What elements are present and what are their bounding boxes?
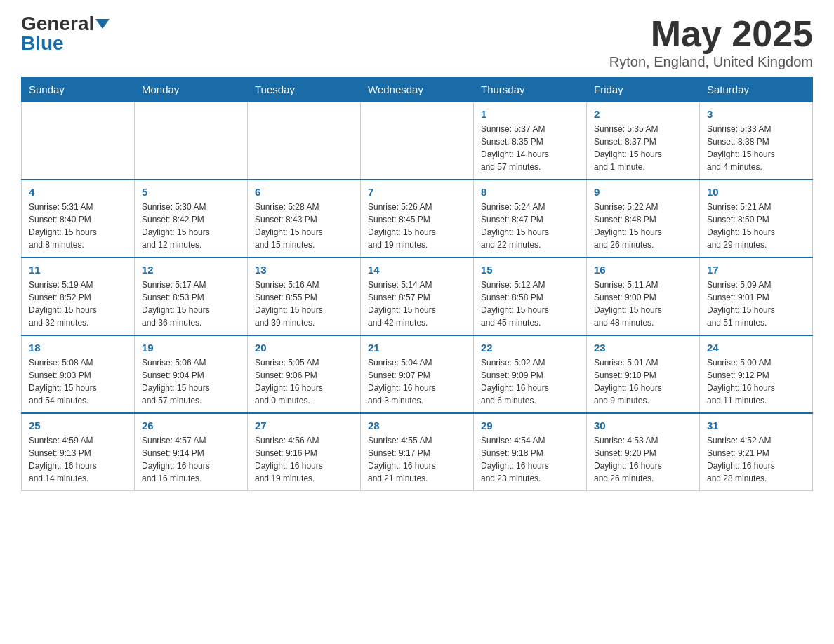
day-number: 20 [255,342,353,354]
day-cell: 1Sunrise: 5:37 AM Sunset: 8:35 PM Daylig… [474,102,587,180]
day-info: Sunrise: 5:33 AM Sunset: 8:38 PM Dayligh… [707,123,805,173]
day-info: Sunrise: 5:22 AM Sunset: 8:48 PM Dayligh… [594,201,692,251]
day-number: 27 [255,420,353,431]
day-cell: 19Sunrise: 5:06 AM Sunset: 9:04 PM Dayli… [135,335,248,413]
day-info: Sunrise: 5:01 AM Sunset: 9:10 PM Dayligh… [594,356,692,407]
col-header-tuesday: Tuesday [248,78,361,102]
day-cell: 12Sunrise: 5:17 AM Sunset: 8:53 PM Dayli… [135,257,248,335]
day-number: 31 [707,420,805,431]
day-info: Sunrise: 5:21 AM Sunset: 8:50 PM Dayligh… [707,201,805,251]
day-number: 21 [368,342,466,354]
day-info: Sunrise: 5:05 AM Sunset: 9:06 PM Dayligh… [255,356,353,407]
day-cell: 26Sunrise: 4:57 AM Sunset: 9:14 PM Dayli… [135,413,248,491]
day-number: 6 [255,186,353,198]
day-cell: 21Sunrise: 5:04 AM Sunset: 9:07 PM Dayli… [361,335,474,413]
day-number: 8 [481,186,579,198]
day-cell: 4Sunrise: 5:31 AM Sunset: 8:40 PM Daylig… [22,180,135,257]
day-number: 13 [255,264,353,276]
day-cell: 24Sunrise: 5:00 AM Sunset: 9:12 PM Dayli… [700,335,813,413]
col-header-friday: Friday [587,78,700,102]
week-row-5: 25Sunrise: 4:59 AM Sunset: 9:13 PM Dayli… [22,413,813,491]
day-cell: 13Sunrise: 5:16 AM Sunset: 8:55 PM Dayli… [248,257,361,335]
day-info: Sunrise: 5:24 AM Sunset: 8:47 PM Dayligh… [481,201,579,251]
day-info: Sunrise: 4:53 AM Sunset: 9:20 PM Dayligh… [594,434,692,485]
day-number: 4 [29,186,127,198]
day-cell: 17Sunrise: 5:09 AM Sunset: 9:01 PM Dayli… [700,257,813,335]
day-number: 26 [142,420,240,431]
day-info: Sunrise: 5:37 AM Sunset: 8:35 PM Dayligh… [481,123,579,173]
day-number: 10 [707,186,805,198]
day-cell: 30Sunrise: 4:53 AM Sunset: 9:20 PM Dayli… [587,413,700,491]
day-cell: 9Sunrise: 5:22 AM Sunset: 8:48 PM Daylig… [587,180,700,257]
day-info: Sunrise: 4:57 AM Sunset: 9:14 PM Dayligh… [142,434,240,485]
day-number: 23 [594,342,692,354]
col-header-sunday: Sunday [22,78,135,102]
day-cell: 11Sunrise: 5:19 AM Sunset: 8:52 PM Dayli… [22,257,135,335]
col-header-saturday: Saturday [700,78,813,102]
week-row-3: 11Sunrise: 5:19 AM Sunset: 8:52 PM Dayli… [22,257,813,335]
day-info: Sunrise: 5:19 AM Sunset: 8:52 PM Dayligh… [29,279,127,329]
day-info: Sunrise: 5:09 AM Sunset: 9:01 PM Dayligh… [707,279,805,329]
location-text: Ryton, England, United Kingdom [609,54,813,70]
day-number: 25 [29,420,127,431]
day-cell: 25Sunrise: 4:59 AM Sunset: 9:13 PM Dayli… [22,413,135,491]
day-cell: 23Sunrise: 5:01 AM Sunset: 9:10 PM Dayli… [587,335,700,413]
logo-general-text: General [21,14,94,34]
logo-arrow-icon [95,19,110,29]
day-cell: 28Sunrise: 4:55 AM Sunset: 9:17 PM Dayli… [361,413,474,491]
day-cell: 18Sunrise: 5:08 AM Sunset: 9:03 PM Dayli… [22,335,135,413]
day-info: Sunrise: 5:35 AM Sunset: 8:37 PM Dayligh… [594,123,692,173]
day-number: 18 [29,342,127,354]
page-header: General Blue May 2025 Ryton, England, Un… [21,14,813,70]
day-number: 7 [368,186,466,198]
day-cell: 29Sunrise: 4:54 AM Sunset: 9:18 PM Dayli… [474,413,587,491]
day-info: Sunrise: 4:54 AM Sunset: 9:18 PM Dayligh… [481,434,579,485]
day-info: Sunrise: 5:17 AM Sunset: 8:53 PM Dayligh… [142,279,240,329]
col-header-thursday: Thursday [474,78,587,102]
day-cell: 5Sunrise: 5:30 AM Sunset: 8:42 PM Daylig… [135,180,248,257]
day-cell: 7Sunrise: 5:26 AM Sunset: 8:45 PM Daylig… [361,180,474,257]
day-info: Sunrise: 5:16 AM Sunset: 8:55 PM Dayligh… [255,279,353,329]
day-info: Sunrise: 4:55 AM Sunset: 9:17 PM Dayligh… [368,434,466,485]
day-info: Sunrise: 5:06 AM Sunset: 9:04 PM Dayligh… [142,356,240,407]
day-cell: 20Sunrise: 5:05 AM Sunset: 9:06 PM Dayli… [248,335,361,413]
day-info: Sunrise: 5:28 AM Sunset: 8:43 PM Dayligh… [255,201,353,251]
day-number: 5 [142,186,240,198]
logo: General Blue [21,14,110,53]
day-cell: 14Sunrise: 5:14 AM Sunset: 8:57 PM Dayli… [361,257,474,335]
day-cell: 3Sunrise: 5:33 AM Sunset: 8:38 PM Daylig… [700,102,813,180]
day-cell: 15Sunrise: 5:12 AM Sunset: 8:58 PM Dayli… [474,257,587,335]
day-info: Sunrise: 4:59 AM Sunset: 9:13 PM Dayligh… [29,434,127,485]
day-number: 1 [481,108,579,120]
day-info: Sunrise: 5:31 AM Sunset: 8:40 PM Dayligh… [29,201,127,251]
calendar-header-row: SundayMondayTuesdayWednesdayThursdayFrid… [22,78,813,102]
day-cell [361,102,474,180]
day-cell: 8Sunrise: 5:24 AM Sunset: 8:47 PM Daylig… [474,180,587,257]
month-title: May 2025 [609,14,813,54]
day-number: 28 [368,420,466,431]
day-info: Sunrise: 5:11 AM Sunset: 9:00 PM Dayligh… [594,279,692,329]
day-number: 17 [707,264,805,276]
col-header-wednesday: Wednesday [361,78,474,102]
day-info: Sunrise: 5:00 AM Sunset: 9:12 PM Dayligh… [707,356,805,407]
day-info: Sunrise: 5:30 AM Sunset: 8:42 PM Dayligh… [142,201,240,251]
day-number: 12 [142,264,240,276]
day-info: Sunrise: 4:56 AM Sunset: 9:16 PM Dayligh… [255,434,353,485]
week-row-2: 4Sunrise: 5:31 AM Sunset: 8:40 PM Daylig… [22,180,813,257]
day-info: Sunrise: 4:52 AM Sunset: 9:21 PM Dayligh… [707,434,805,485]
week-row-1: 1Sunrise: 5:37 AM Sunset: 8:35 PM Daylig… [22,102,813,180]
day-info: Sunrise: 5:12 AM Sunset: 8:58 PM Dayligh… [481,279,579,329]
day-number: 15 [481,264,579,276]
day-number: 16 [594,264,692,276]
day-number: 14 [368,264,466,276]
day-info: Sunrise: 5:26 AM Sunset: 8:45 PM Dayligh… [368,201,466,251]
day-info: Sunrise: 5:14 AM Sunset: 8:57 PM Dayligh… [368,279,466,329]
day-cell [135,102,248,180]
logo-blue-text: Blue [21,34,64,53]
week-row-4: 18Sunrise: 5:08 AM Sunset: 9:03 PM Dayli… [22,335,813,413]
day-number: 30 [594,420,692,431]
day-number: 19 [142,342,240,354]
day-info: Sunrise: 5:04 AM Sunset: 9:07 PM Dayligh… [368,356,466,407]
day-cell: 27Sunrise: 4:56 AM Sunset: 9:16 PM Dayli… [248,413,361,491]
day-number: 3 [707,108,805,120]
